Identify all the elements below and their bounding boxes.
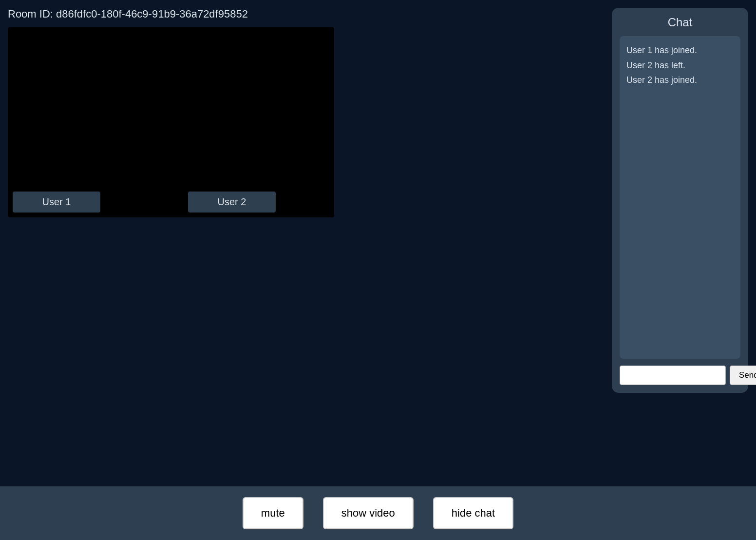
video-container: User 1 User 2 (8, 27, 334, 217)
chat-messages-area: User 1 has joined. User 2 has left. User… (620, 36, 740, 359)
video-section: Room ID: d86fdfc0-180f-46c9-91b9-36a72df… (8, 8, 604, 486)
chat-input-row: Send (620, 366, 740, 385)
send-button[interactable]: Send (730, 366, 756, 385)
bottom-bar: mute show video hide chat (0, 486, 756, 540)
show-video-button[interactable]: show video (323, 497, 414, 529)
chat-message-1: User 1 has joined. (626, 43, 734, 58)
chat-panel: Chat User 1 has joined. User 2 has left.… (612, 8, 748, 393)
user2-label: User 2 (188, 192, 276, 212)
chat-message-3: User 2 has joined. (626, 73, 734, 88)
main-area: Room ID: d86fdfc0-180f-46c9-91b9-36a72df… (0, 0, 756, 486)
hide-chat-button[interactable]: hide chat (433, 497, 513, 529)
room-id: Room ID: d86fdfc0-180f-46c9-91b9-36a72df… (8, 8, 604, 20)
user-labels: User 1 User 2 (8, 192, 334, 217)
chat-title: Chat (620, 16, 740, 29)
chat-input[interactable] (620, 366, 726, 385)
chat-message-2: User 2 has left. (626, 58, 734, 73)
user1-label: User 1 (13, 192, 100, 212)
mute-button[interactable]: mute (243, 497, 303, 529)
